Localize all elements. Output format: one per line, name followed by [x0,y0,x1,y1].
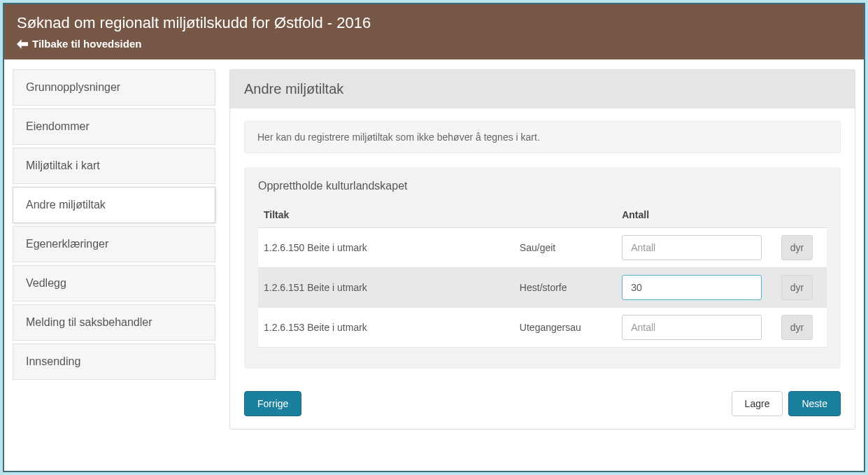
cell-tiltak: 1.2.6.150 Beite i utmark [258,227,514,267]
save-button[interactable]: Lagre [732,391,783,416]
cell-tiltak: 1.2.6.153 Beite i utmark [258,307,514,347]
antall-input-row-1[interactable] [622,275,762,300]
cell-type: Sau/geit [514,227,616,267]
info-box: Her kan du registrere miljøtiltak som ik… [244,121,841,153]
prev-button[interactable]: Forrige [244,391,301,416]
unit-label: dyr [781,315,813,340]
antall-input-row-2[interactable] [622,315,762,340]
unit-label: dyr [781,235,813,260]
page-title: Søknad om regionalt miljøtilskudd for Øs… [17,14,851,32]
cell-tiltak: 1.2.6.151 Beite i utmark [258,267,514,307]
sidebar-item-miljotiltak-kart[interactable]: Miljøtiltak i kart [13,148,215,184]
th-antall: Antall [616,202,776,228]
cell-type: Hest/storfe [514,267,616,307]
main-panel: Andre miljøtiltak Her kan du registrere … [229,69,855,430]
table-row: 1.2.6.153 Beite i utmark Utegangersau dy… [258,307,827,347]
sidebar-item-melding[interactable]: Melding til saksbehandler [13,304,215,341]
header-bar: Søknad om regionalt miljøtilskudd for Øs… [4,4,864,59]
arrow-left-icon [17,39,28,49]
tiltak-table: Tiltak Antall 1.2.6.150 Beite i utmark S… [258,202,827,348]
sidebar-item-andre-miljotiltak[interactable]: Andre miljøtiltak [13,187,215,223]
sidebar: Grunnopplysninger Eiendommer Miljøtiltak… [13,69,215,430]
next-button[interactable]: Neste [788,391,841,416]
th-tiltak: Tiltak [258,202,514,228]
th-type [514,202,616,228]
section-title: Opprettholde kulturlandskapet [258,180,827,192]
section-kulturlandskapet: Opprettholde kulturlandskapet Tiltak Ant… [244,167,841,369]
sidebar-item-egenerklaeringer[interactable]: Egenerklæringer [13,226,215,262]
main-title: Andre miljøtiltak [230,70,855,108]
sidebar-item-vedlegg[interactable]: Vedlegg [13,265,215,302]
table-row: 1.2.6.150 Beite i utmark Sau/geit dyr [258,227,827,267]
back-link-label: Tilbake til hovedsiden [32,38,141,50]
footer-actions: Forrige Lagre Neste [230,381,855,429]
sidebar-item-innsending[interactable]: Innsending [13,343,215,380]
antall-input-row-0[interactable] [622,235,762,260]
unit-label: dyr [781,275,813,300]
sidebar-item-grunnopplysninger[interactable]: Grunnopplysninger [13,69,215,106]
sidebar-item-eiendommer[interactable]: Eiendommer [13,108,215,145]
back-link[interactable]: Tilbake til hovedsiden [17,38,141,50]
cell-type: Utegangersau [514,307,616,347]
table-row: 1.2.6.151 Beite i utmark Hest/storfe dyr [258,267,827,307]
th-unit [776,202,827,228]
